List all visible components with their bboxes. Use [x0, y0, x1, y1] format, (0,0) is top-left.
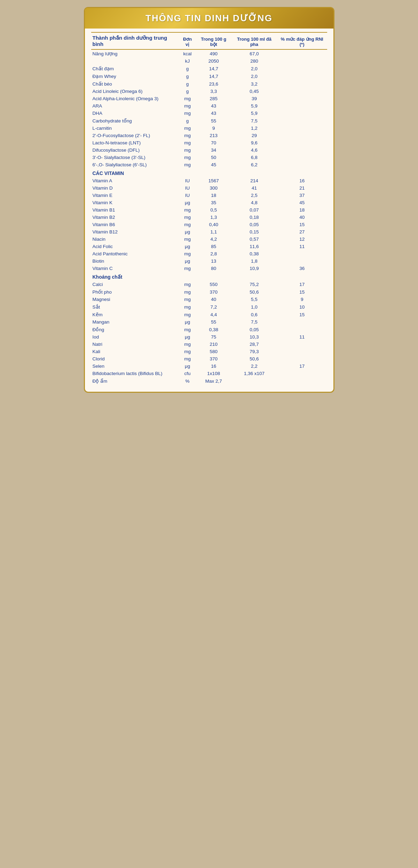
table-row: Clorid mg 370 50,6: [91, 355, 327, 363]
section-label: CÁC VITAMIN: [91, 168, 327, 177]
nutrient-unit: mg: [179, 206, 196, 214]
nutrient-name: Vitamin B1: [91, 206, 179, 214]
nutrient-unit: mg: [179, 95, 196, 102]
nutrient-unit: mg: [179, 281, 196, 288]
nutrient-unit: μg: [179, 318, 196, 326]
nutrient-per100ml: 0,15: [231, 228, 277, 236]
table-row: 3'-O- Sialyllactose (3'-SL) mg 50 6,8: [91, 154, 327, 161]
nutrient-per100ml: 67,0: [231, 49, 277, 57]
nutrient-per100g: 85: [196, 243, 231, 250]
nutrient-rni: 9: [277, 296, 327, 303]
table-row: Iod μg 75 10,3 11: [91, 333, 327, 341]
nutrient-name: Vitamin K: [91, 199, 179, 206]
table-row: Acid Alpha-Linolenic (Omega 3) mg 285 39: [91, 95, 327, 102]
nutrient-name: Kali: [91, 348, 179, 355]
nutrient-name: Vitamin B6: [91, 221, 179, 228]
nutrient-rni: [277, 326, 327, 333]
nutrient-per100g: 2050: [196, 57, 231, 65]
nutrient-unit: mg: [179, 348, 196, 355]
nutrient-name: Magnesi: [91, 296, 179, 303]
nutrient-unit: mg: [179, 341, 196, 348]
nutrient-rni: [277, 49, 327, 57]
nutrient-per100g: 18: [196, 192, 231, 199]
nutrient-per100ml: 0,45: [231, 88, 277, 95]
nutrient-per100ml: 39: [231, 95, 277, 102]
nutrient-unit: mg: [179, 311, 196, 318]
nutrient-unit: mg: [179, 288, 196, 296]
nutrient-per100ml: 1,0: [231, 303, 277, 311]
table-row: Kẽm mg 4,4 0,6 15: [91, 311, 327, 318]
nutrient-name: Vitamin E: [91, 192, 179, 199]
nutrient-unit: kJ: [179, 57, 196, 65]
nutrient-per100ml: 29: [231, 132, 277, 139]
nutrient-rni: [277, 318, 327, 326]
table-row: Difucosyllactose (DFL) mg 34 4,6: [91, 146, 327, 154]
table-row: Năng lượng kcal 490 67,0: [91, 49, 327, 57]
nutrient-rni: [277, 161, 327, 168]
nutrient-per100ml: 5,9: [231, 102, 277, 110]
nutrient-per100g: 4,4: [196, 311, 231, 318]
nutrient-per100g: 75: [196, 333, 231, 341]
nutrient-per100g: 1567: [196, 177, 231, 184]
nutrient-rni: [277, 348, 327, 355]
nutrient-unit: mg: [179, 146, 196, 154]
nutrient-per100ml: 9,6: [231, 139, 277, 146]
nutrient-unit: mg: [179, 303, 196, 311]
table-container: Thành phần dinh dưỡng trung bình Đơn vị …: [85, 32, 333, 385]
nutrient-name: Selen: [91, 363, 179, 370]
nutrient-per100ml: 6,8: [231, 154, 277, 161]
nutrient-per100g: 55: [196, 117, 231, 125]
nutrient-rni: [277, 72, 327, 80]
nutrient-rni: [277, 110, 327, 117]
nutrient-per100ml: 10,3: [231, 333, 277, 341]
table-row: Chất đạm g 14,7 2,0: [91, 65, 327, 72]
nutrient-name: Sắt: [91, 303, 179, 311]
nutrient-per100ml: 50,6: [231, 355, 277, 363]
nutrient-name: Vitamin B12: [91, 228, 179, 236]
nutrient-unit: mg: [179, 250, 196, 257]
nutrient-per100ml: 28,7: [231, 341, 277, 348]
col-name-header: Thành phần dinh dưỡng trung bình: [91, 32, 179, 49]
nutrient-name: Chất béo: [91, 80, 179, 88]
nutrient-per100g: 4,2: [196, 236, 231, 243]
nutrient-unit: μg: [179, 228, 196, 236]
nutrition-card: THÔNG TIN DINH DƯỠNG Thành phần dinh dưỡ…: [84, 7, 334, 393]
nutrient-rni: [277, 250, 327, 257]
nutrient-unit: kcal: [179, 49, 196, 57]
nutrient-name: Biotin: [91, 257, 179, 265]
nutrient-per100g: 7,2: [196, 303, 231, 311]
nutrient-per100ml: 6,2: [231, 161, 277, 168]
nutrient-rni: 17: [277, 281, 327, 288]
nutrient-per100g: 580: [196, 348, 231, 355]
table-row: Độ ẩm % Max 2,7: [91, 377, 327, 385]
nutrient-unit: IU: [179, 177, 196, 184]
nutrient-per100ml: 0,57: [231, 236, 277, 243]
table-row: Phốt pho mg 370 50,6 15: [91, 288, 327, 296]
table-row: Carbohydrate tổng g 55 7,5: [91, 117, 327, 125]
nutrient-rni: [277, 341, 327, 348]
nutrient-rni: [277, 355, 327, 363]
nutrient-per100g: 0,40: [196, 221, 231, 228]
nutrient-name: Độ ẩm: [91, 377, 179, 385]
nutrient-per100g: 213: [196, 132, 231, 139]
table-row: Vitamin B12 μg 1,1 0,15 27: [91, 228, 327, 236]
nutrient-unit: g: [179, 117, 196, 125]
table-row: Vitamin B6 mg 0,40 0,05 15: [91, 221, 327, 228]
nutrient-name: Acid Linoleic (Omega 6): [91, 88, 179, 95]
nutrient-unit: mg: [179, 125, 196, 132]
nutrient-name: [91, 57, 179, 65]
nutrient-per100g: 1x108: [196, 370, 231, 377]
nutrient-name: Acid Pantothenic: [91, 250, 179, 257]
nutrient-name: L-carnitin: [91, 125, 179, 132]
nutrient-name: ARA: [91, 102, 179, 110]
nutrient-per100ml: 0,05: [231, 221, 277, 228]
nutrient-unit: μg: [179, 243, 196, 250]
nutrient-rni: 18: [277, 206, 327, 214]
nutrient-unit: mg: [179, 221, 196, 228]
nutrient-unit: μg: [179, 199, 196, 206]
nutrient-per100g: 370: [196, 355, 231, 363]
nutrient-rni: 15: [277, 221, 327, 228]
col-per100ml-header: Trong 100 ml đã pha: [231, 32, 277, 49]
nutrient-unit: cfu: [179, 370, 196, 377]
nutrient-name: Mangan: [91, 318, 179, 326]
